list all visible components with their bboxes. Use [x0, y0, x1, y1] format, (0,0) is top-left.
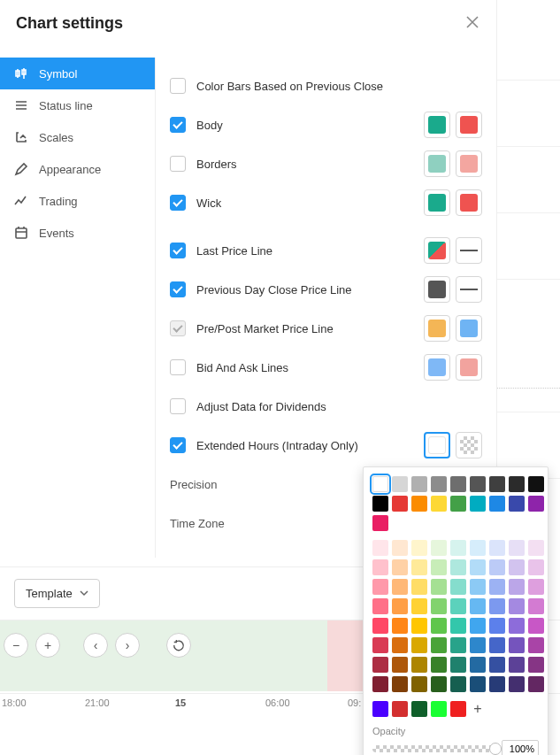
color-swatch[interactable] [372, 701, 388, 717]
color-swatch[interactable] [411, 701, 427, 717]
color-swatch[interactable] [431, 676, 447, 692]
prepost-color-2[interactable] [456, 315, 482, 342]
color-swatch[interactable] [509, 476, 525, 492]
scroll-left-button[interactable]: ‹ [83, 633, 108, 658]
color-swatch[interactable] [528, 559, 544, 575]
color-swatch[interactable] [528, 657, 544, 673]
color-swatch[interactable] [392, 496, 408, 512]
color-swatch[interactable] [392, 618, 408, 634]
body-up-color[interactable] [424, 112, 450, 138]
body-down-color[interactable] [456, 112, 482, 138]
prepost-color-1[interactable] [424, 315, 450, 342]
color-swatch[interactable] [489, 540, 505, 556]
color-swatch[interactable] [372, 476, 388, 492]
color-swatch[interactable] [489, 637, 505, 653]
color-swatch[interactable] [392, 701, 408, 717]
last-price-line-style[interactable] [456, 237, 482, 264]
color-swatch[interactable] [431, 618, 447, 634]
color-swatch[interactable] [450, 676, 466, 692]
color-swatch[interactable] [509, 676, 525, 692]
sidebar-item-symbol[interactable]: Symbol [0, 58, 155, 89]
color-swatch[interactable] [392, 637, 408, 653]
opacity-thumb[interactable] [489, 743, 502, 755]
color-swatch[interactable] [509, 496, 525, 512]
color-swatch[interactable] [431, 540, 447, 556]
borders-up-color[interactable] [424, 150, 450, 177]
wick-up-color[interactable] [424, 189, 450, 216]
color-swatch[interactable] [450, 618, 466, 634]
sidebar-item-scales[interactable]: Scales [0, 121, 155, 153]
ext-hours-color-2[interactable] [456, 432, 482, 458]
color-swatch[interactable] [470, 618, 486, 634]
color-swatch[interactable] [450, 540, 466, 556]
color-swatch[interactable] [411, 657, 427, 673]
sidebar-item-statusline[interactable]: Status line [0, 89, 155, 121]
close-button[interactable] [464, 14, 480, 33]
color-swatch[interactable] [411, 637, 427, 653]
prev-close-color[interactable] [424, 276, 450, 303]
color-swatch[interactable] [392, 657, 408, 673]
color-swatch[interactable] [528, 476, 544, 492]
color-swatch[interactable] [450, 657, 466, 673]
color-swatch[interactable] [450, 496, 466, 512]
ext-hours-color-1[interactable] [424, 432, 450, 458]
color-swatch[interactable] [372, 559, 388, 575]
zoom-in-button[interactable]: + [35, 633, 60, 658]
sidebar-item-trading[interactable]: Trading [0, 185, 155, 217]
wick-checkbox[interactable] [170, 195, 186, 211]
color-swatch[interactable] [411, 579, 427, 595]
color-swatch[interactable] [450, 598, 466, 614]
prepost-checkbox[interactable] [170, 320, 186, 336]
body-checkbox[interactable] [170, 117, 186, 133]
color-swatch[interactable] [392, 476, 408, 492]
adjust-div-checkbox[interactable] [170, 398, 186, 414]
color-swatch[interactable] [528, 579, 544, 595]
color-swatch[interactable] [489, 476, 505, 492]
color-swatch[interactable] [411, 618, 427, 634]
color-swatch[interactable] [431, 559, 447, 575]
color-swatch[interactable] [411, 540, 427, 556]
color-swatch[interactable] [509, 540, 525, 556]
color-swatch[interactable] [528, 496, 544, 512]
color-swatch[interactable] [470, 559, 486, 575]
color-swatch[interactable] [392, 598, 408, 614]
color-swatch[interactable] [372, 657, 388, 673]
prev-close-line-style[interactable] [456, 276, 482, 303]
color-swatch[interactable] [470, 496, 486, 512]
color-swatch[interactable] [392, 676, 408, 692]
color-swatch[interactable] [509, 579, 525, 595]
color-swatch[interactable] [411, 598, 427, 614]
ask-color[interactable] [456, 354, 482, 381]
borders-down-color[interactable] [456, 150, 482, 177]
color-swatch[interactable] [470, 637, 486, 653]
color-swatch[interactable] [431, 579, 447, 595]
color-swatch[interactable] [450, 701, 466, 717]
color-swatch[interactable] [509, 559, 525, 575]
prev-close-checkbox[interactable] [170, 281, 186, 297]
color-swatch[interactable] [431, 657, 447, 673]
opacity-slider[interactable] [372, 745, 496, 752]
color-swatch[interactable] [489, 618, 505, 634]
sidebar-item-appearance[interactable]: Appearance [0, 153, 155, 185]
color-swatch[interactable] [509, 598, 525, 614]
last-price-color[interactable] [424, 237, 450, 264]
color-swatch[interactable] [372, 540, 388, 556]
wick-down-color[interactable] [456, 189, 482, 216]
color-swatch[interactable] [372, 515, 388, 531]
color-swatch[interactable] [489, 559, 505, 575]
sidebar-item-events[interactable]: Events [0, 217, 155, 249]
color-swatch[interactable] [489, 579, 505, 595]
color-swatch[interactable] [372, 637, 388, 653]
color-swatch[interactable] [392, 579, 408, 595]
color-swatch[interactable] [528, 540, 544, 556]
color-swatch[interactable] [392, 559, 408, 575]
color-swatch[interactable] [431, 637, 447, 653]
color-swatch[interactable] [528, 598, 544, 614]
color-bars-prev-close-checkbox[interactable] [170, 78, 186, 94]
bidask-checkbox[interactable] [170, 359, 186, 375]
color-swatch[interactable] [528, 676, 544, 692]
color-swatch[interactable] [509, 657, 525, 673]
color-swatch[interactable] [450, 579, 466, 595]
color-swatch[interactable] [411, 476, 427, 492]
reset-button[interactable] [166, 633, 191, 658]
